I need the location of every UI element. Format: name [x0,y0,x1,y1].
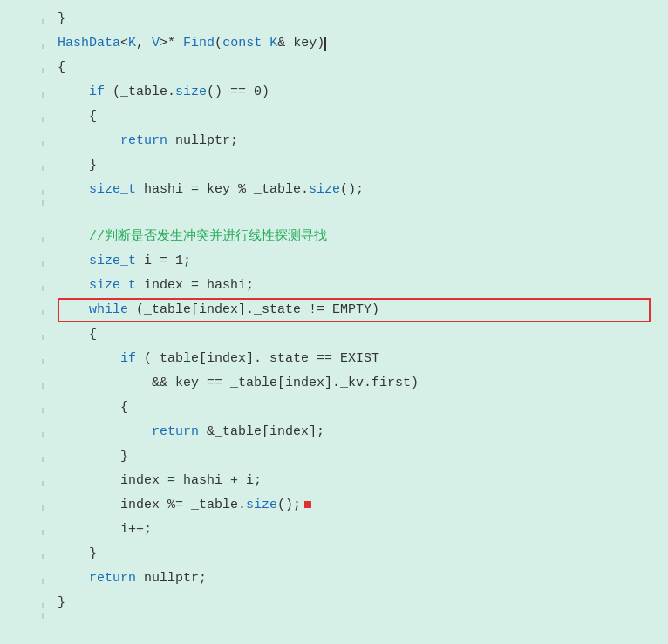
line-content: } [44,592,668,614]
token-plain: } [89,158,97,173]
token-plain: (_table[index]._state != EMPTY) [128,302,379,317]
token-plain: >* [160,36,183,51]
token-plain: & key) [277,36,324,51]
token-type: V [152,36,160,51]
token-kw: return [120,133,167,148]
code-line [0,202,668,225]
red-square-marker [304,501,311,508]
line-content: { [44,105,668,128]
code-line: return nullptr; [0,566,668,591]
token-plain: && key == _table[index]._kv.first) [152,376,419,390]
line-content: } [44,445,668,468]
code-line: { [0,322,668,347]
token-plain: (); [277,498,301,512]
token-fn: size [246,498,277,512]
code-line: HashData<K, V>* Find(const K& key) [0,31,668,56]
token-type: size [89,278,120,293]
token-plain: < [120,36,128,51]
code-line: { [0,56,668,80]
line-content: size t index = hashi; [44,275,668,297]
token-plain: ( [215,36,222,51]
token-plain: } [58,11,65,26]
token-plain [120,278,128,293]
code-line: //判断是否发生冲突并进行线性探测寻找 [0,225,668,249]
line-content: return nullptr; [44,130,668,153]
code-line: index = hashi + i; [0,469,668,493]
token-plain: hashi = key % _table. [136,182,309,197]
line-content: i++; [44,519,668,541]
code-line: return &_table[index]; [0,420,668,444]
token-plain: nullptr; [167,133,238,148]
token-plain: index %= _table. [120,498,246,512]
line-content: if (_table[index]._state == EXIST [44,348,668,370]
token-kw: if [89,85,105,99]
token-fn: size [309,182,340,197]
token-plain: } [89,546,97,561]
line-content: size_t i = 1; [44,250,668,273]
code-line: return nullptr; [0,129,668,153]
code-line: if (_table.size() == 0) [0,80,668,105]
token-plain: } [58,595,65,610]
token-type: K [269,36,277,51]
line-content: && key == _table[index]._kv.first) [44,372,668,395]
code-line: } [0,542,668,566]
token-fn: Find [183,36,215,51]
token-plain [262,36,269,51]
line-content: return nullptr; [44,567,668,590]
token-kw: return [89,571,136,586]
line-content: { [44,397,668,419]
code-line: && key == _table[index]._kv.first) [0,371,668,396]
line-content: } [44,543,668,566]
code-line: index %= _table.size(); [0,493,668,518]
code-editor: }HashData<K, V>* Find(const K& key){ if … [0,0,668,644]
token-type: size_t [89,254,136,268]
token-plain: , [136,36,152,51]
token-type: t [128,278,136,293]
token-kw: if [120,351,136,366]
code-line: } [0,591,668,615]
code-line: if (_table[index]._state == EXIST [0,347,668,371]
line-content: HashData<K, V>* Find(const K& key) [44,32,668,55]
code-line: } [0,444,668,469]
code-line: { [0,396,668,420]
token-plain: (_table[index]._state == EXIST [136,351,379,366]
token-type: size_t [89,182,136,197]
token-kw: return [152,424,199,439]
line-content: index = hashi + i; [44,470,668,492]
token-plain: nullptr; [136,571,207,586]
code-line: size_t hashi = key % _table.size(); [0,178,668,202]
line-content: while (_table[index]._state != EMPTY) [44,299,668,322]
code-line: while (_table[index]._state != EMPTY) [0,298,668,322]
token-kw: while [89,302,128,317]
token-plain: () == 0) [207,85,269,99]
token-plain: index = hashi + i; [120,473,262,488]
token-plain: i++; [120,522,152,537]
line-content: { [44,57,668,79]
token-plain: index = hashi; [136,278,254,293]
line-content: } [44,154,668,177]
line-content: return &_table[index]; [44,421,668,444]
token-plain: { [58,60,65,75]
code-line [0,615,668,638]
code-line: size t index = hashi; [0,274,668,298]
token-plain: } [120,449,128,464]
token-type: K [128,36,136,51]
text-cursor [324,37,326,51]
line-content: index %= _table.size(); [44,494,668,517]
token-comment: //判断是否发生冲突并进行线性探测寻找 [89,229,327,244]
code-line: { [0,105,668,129]
line-content: //判断是否发生冲突并进行线性探测寻找 [44,226,668,248]
token-type: HashData [58,36,120,51]
token-fn: size [175,85,207,99]
token-plain: i = 1; [136,254,191,268]
code-line: size_t i = 1; [0,249,668,274]
token-plain: { [89,109,97,124]
line-content: if (_table.size() == 0) [44,81,668,104]
line-content: size_t hashi = key % _table.size(); [44,179,668,201]
token-plain: (); [340,182,364,197]
line-content: { [44,323,668,346]
token-plain: (_table. [105,85,175,99]
code-line: } [0,7,668,31]
line-content: } [44,8,668,31]
token-plain: { [120,400,128,415]
